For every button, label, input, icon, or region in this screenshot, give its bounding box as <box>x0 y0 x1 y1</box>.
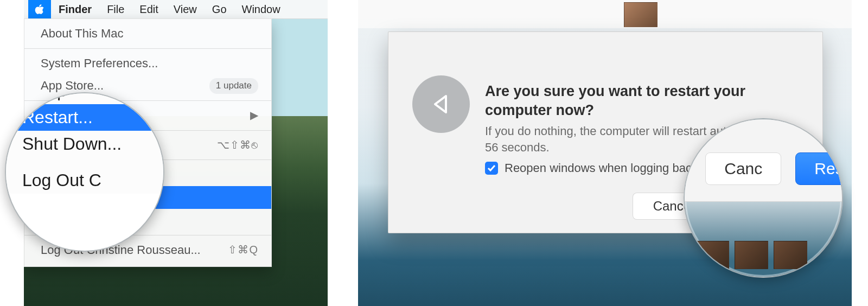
zoom-cancel-button[interactable]: Canc <box>705 152 781 185</box>
menu-item-label: App Store... <box>41 78 104 94</box>
menubar-item-edit[interactable]: Edit <box>132 0 165 18</box>
callout-magnifier: Force Quit Sleep Restart... Shut Down...… <box>5 92 164 252</box>
screensaver-thumbnail <box>624 2 658 27</box>
chevron-right-icon: ▶ <box>250 108 258 123</box>
menu-item-system-preferences[interactable]: System Preferences... <box>24 52 271 75</box>
zoom-menu-item-shut-down[interactable]: Shut Down... <box>5 131 164 157</box>
menubar-item-go[interactable]: Go <box>205 0 234 18</box>
menubar-item-window[interactable]: Window <box>234 0 288 18</box>
menu-item-label: System Preferences... <box>41 55 158 72</box>
window-below <box>358 0 852 28</box>
apple-menu-button[interactable] <box>28 0 51 18</box>
restart-icon <box>412 75 470 133</box>
menubar-item-file[interactable]: File <box>99 0 132 18</box>
screensaver-thumbnail <box>735 241 768 269</box>
screensaver-thumbnail <box>774 241 807 269</box>
zoom-menu-item-log-out[interactable]: Log Out C <box>5 167 164 194</box>
apple-logo-icon <box>34 3 45 15</box>
menubar-item-view[interactable]: View <box>166 0 205 18</box>
menu-separator <box>24 48 271 49</box>
menubar-item-finder[interactable]: Finder <box>51 0 99 18</box>
update-badge: 1 update <box>209 78 258 94</box>
menu-item-label: About This Mac <box>41 25 123 42</box>
keyboard-shortcut: ⌥⇧⌘⎋ <box>217 138 258 152</box>
callout-magnifier: ck in Canc Restart <box>684 118 843 278</box>
dialog-title: Are you sure you want to restart your co… <box>485 82 806 119</box>
checkbox-checked-icon[interactable] <box>485 162 498 175</box>
menu-item-about-this-mac[interactable]: About This Mac <box>24 22 271 45</box>
keyboard-shortcut: ⇧⌘Q <box>228 243 258 257</box>
menubar: Finder File Edit View Go Window <box>24 0 328 19</box>
menu-item-app-store[interactable]: App Store... 1 update <box>24 74 271 97</box>
checkbox-label: Reopen windows when logging back in <box>505 161 710 175</box>
reopen-windows-checkbox-row[interactable]: Reopen windows when logging back in <box>485 161 710 175</box>
